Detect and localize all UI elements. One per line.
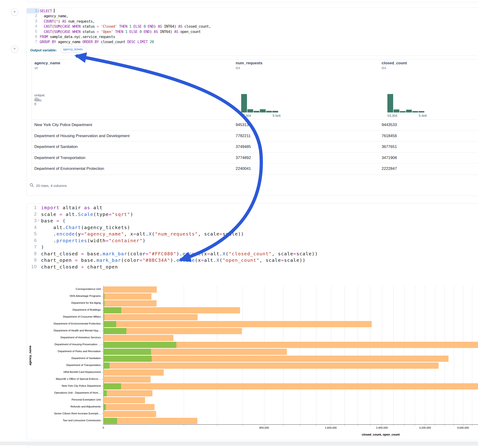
bar-open-count[interactable]: [104, 356, 152, 362]
code-token: (x: [195, 257, 201, 263]
code-line[interactable]: import altair as alt: [41, 205, 103, 210]
bar-open-count[interactable]: [104, 349, 151, 355]
code-token: =: [75, 257, 78, 263]
code-token: WHEN: [72, 24, 80, 29]
gridline: [393, 286, 394, 424]
search-icon[interactable]: [30, 183, 34, 188]
bar-open-count[interactable]: [104, 404, 106, 410]
y-tick: [102, 393, 103, 393]
bar-open-count[interactable]: [104, 362, 110, 369]
bar-closed-count[interactable]: [104, 293, 151, 300]
code-token: AS: [62, 19, 66, 24]
table-row-cell-agency_name[interactable]: Department of Housing Preservation and D…: [34, 134, 130, 138]
code-line[interactable]: ): [41, 244, 44, 250]
table-row-cell-num_requests[interactable]: 9453131: [236, 123, 251, 127]
table-row-cell-agency_name[interactable]: New York City Police Department: [34, 123, 92, 127]
table-row-cell-closed_count[interactable]: 2222847: [382, 166, 397, 171]
bar-open-count[interactable]: [104, 314, 104, 320]
code-token: base.: [78, 257, 96, 263]
code-line[interactable]: chart_open = base.mark_bar(color="#8BC34…: [41, 257, 306, 263]
bar-open-count[interactable]: [104, 418, 117, 424]
y-category-label: Department of Environmental Protection: [32, 322, 101, 325]
bar-closed-count[interactable]: [104, 286, 157, 293]
gridline: [184, 286, 184, 424]
table-row-cell-agency_name[interactable]: Department of Environmental Protection: [34, 166, 104, 171]
bar-closed-count[interactable]: [104, 307, 240, 313]
bar-closed-count[interactable]: [104, 418, 197, 424]
bar-closed-count[interactable]: [104, 411, 156, 417]
code-line[interactable]: scale = alt.Scale(type="sqrt"): [41, 212, 133, 217]
chevron-down-icon[interactable]: ∨: [37, 219, 39, 222]
bar-closed-count[interactable]: [104, 314, 198, 320]
bar-open-count[interactable]: [104, 328, 126, 334]
page-gutter-band: [0, 442, 478, 445]
code-line[interactable]: CAST(SUM(CASE WHEN status = 'Open' THEN …: [40, 30, 201, 34]
code-token: [40, 30, 44, 34]
code-token: import: [41, 205, 59, 210]
code-token: =: [109, 212, 112, 217]
table-row-cell-agency_name[interactable]: Department of Transportation: [34, 156, 85, 160]
column-header-num_requests[interactable]: num_requests: [236, 61, 262, 65]
column-header-agency_name[interactable]: agency_name: [34, 61, 60, 65]
bar-open-count[interactable]: [104, 307, 121, 313]
code-line[interactable]: .encode(y="agency_name", x=alt.X("num_re…: [41, 231, 244, 237]
bar-open-count[interactable]: [104, 300, 104, 306]
bar-open-count[interactable]: [104, 390, 107, 396]
code-line[interactable]: agency_name,: [40, 14, 68, 18]
bar-closed-count[interactable]: [104, 383, 478, 389]
line-number: 7: [27, 244, 37, 249]
code-token: [50, 40, 52, 44]
chevron-down-icon[interactable]: ∨: [37, 9, 39, 12]
bar-closed-count[interactable]: [104, 404, 155, 410]
table-row-cell-num_requests[interactable]: 3749485: [236, 144, 251, 149]
code-line[interactable]: chart_closed + chart_open: [41, 264, 118, 270]
code-line[interactable]: GROUP BY agency_name ORDER BY closed_cou…: [40, 40, 154, 44]
bar-closed-count[interactable]: [104, 300, 157, 306]
table-row-cell-num_requests[interactable]: 7782211: [236, 134, 251, 138]
bar-open-count[interactable]: [104, 342, 176, 348]
code-line[interactable]: COUNT(*) AS num_requests,: [40, 19, 95, 24]
code-line[interactable]: .properties(width="container"): [41, 238, 146, 243]
bar-closed-count[interactable]: [104, 321, 372, 327]
table-row-cell-num_requests[interactable]: 3774892: [236, 156, 251, 160]
add-cell-button-middle[interactable]: +: [11, 45, 18, 53]
table-row-cell-closed_count[interactable]: 7618456: [382, 134, 397, 138]
y-tick: [102, 386, 103, 386]
gridline: [358, 286, 358, 424]
output-variable-label: Output variable:: [30, 48, 57, 52]
table-row-cell-agency_name[interactable]: Department of Sanitation: [34, 144, 78, 149]
histogram-bar: [400, 111, 406, 112]
bar-closed-count[interactable]: [104, 397, 145, 403]
bar-closed-count[interactable]: [104, 376, 151, 383]
code-line[interactable]: CAST(SUM(CASE WHEN status = 'Closed' THE…: [40, 24, 211, 29]
code-token: INT64): [162, 24, 178, 29]
gridline: [472, 286, 472, 424]
table-row-cell-num_requests[interactable]: 2240041: [236, 166, 251, 171]
code-token: ): [130, 212, 133, 217]
code-line[interactable]: base = (: [41, 218, 66, 224]
output-variable-pill[interactable]: agency_tickets: [61, 47, 86, 53]
bar-open-count[interactable]: [104, 293, 104, 300]
text-cursor: [54, 9, 54, 13]
code-token: (: [59, 218, 66, 224]
table-row-cell-closed_count[interactable]: 9443533: [382, 123, 397, 127]
bar-open-count[interactable]: [104, 383, 121, 389]
code-line[interactable]: chart_closed = base.mark_bar(color="#FFC…: [41, 251, 318, 256]
table-row-cell-closed_count[interactable]: 3677651: [382, 144, 397, 149]
bar-closed-count[interactable]: [104, 390, 152, 396]
code-token: status: [81, 30, 97, 34]
column-header-closed_count[interactable]: closed_count: [382, 61, 407, 65]
code-line[interactable]: FROM sample_data.nyc.service_requests: [40, 35, 115, 39]
code-token: (: [52, 30, 54, 34]
code-line[interactable]: SELECT: [40, 9, 54, 13]
bar-closed-count[interactable]: [104, 335, 173, 341]
code-token: [127, 24, 129, 29]
bar-open-count[interactable]: [104, 321, 116, 327]
table-row-cell-closed_count[interactable]: 3471908: [382, 156, 397, 160]
bar-closed-count[interactable]: [104, 362, 439, 369]
bar-closed-count[interactable]: [104, 356, 448, 362]
add-cell-button-top[interactable]: +: [11, 8, 18, 16]
gridline: [370, 286, 370, 424]
bar-closed-count[interactable]: [104, 369, 164, 376]
code-line[interactable]: alt.Chart(agency_tickets): [41, 225, 130, 230]
